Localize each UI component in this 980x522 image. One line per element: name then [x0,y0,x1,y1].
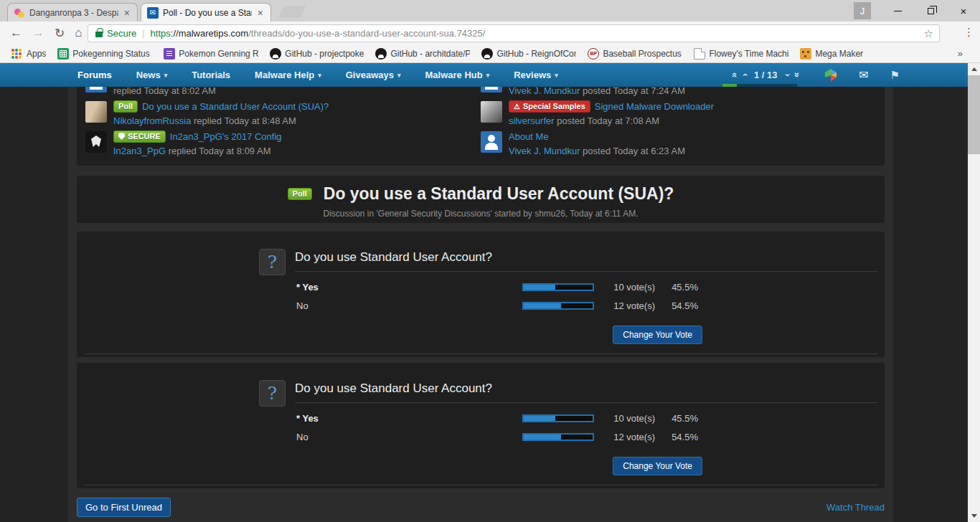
bp-icon: BP [588,48,599,60]
tab-close-icon[interactable]: × [123,8,131,18]
thread-title-link[interactable]: In2an3_PpG's 2017 Config [170,131,282,142]
poll-percent: 54.5% [655,300,698,311]
forward-icon[interactable]: → [32,26,44,40]
scrollbar-thumb[interactable] [968,75,980,154]
scroll-down-icon[interactable] [968,510,980,522]
watch-thread-link[interactable]: Watch Thread [826,502,885,513]
poll-question: Do you use Standard User Account? [295,250,877,272]
thread-row-clipped[interactable]: Vivek J. Mundkur posted Today at 7:24 AM [481,87,876,98]
bookmark-label: GitHub - architdate/P [390,49,470,59]
thread-row-clipped[interactable]: replied Today at 8:02 AM [85,87,481,98]
tab-close-icon[interactable]: × [256,8,265,18]
thread-header-panel: Poll Do you use a Standard User Account … [77,176,885,223]
thread-row-signed-malware[interactable]: ⚠Special SamplesSigned Malware Downloade… [481,99,876,128]
bookmark-pokemon-genning[interactable]: Pokemon Genning Re [164,48,258,60]
bookmark-github-projectpoke[interactable]: GitHub - projectpoke [270,48,364,60]
refresh-icon[interactable]: ↻ [55,26,65,41]
tab-title: Danganronpa 3 - Despair [29,8,118,18]
site-logo-icon[interactable] [824,69,837,82]
bookmark-star-icon[interactable]: ☆ [924,27,933,40]
divider [84,485,877,485]
thread-meta: posted Today at 6:23 AM [583,146,685,156]
minimize-button[interactable] [881,0,914,22]
change-vote-button[interactable]: Change Your Vote [613,457,702,475]
close-button[interactable]: × [947,0,980,22]
question-mark-icon: ? [259,249,286,275]
window-titlebar: Danganronpa 3 - Despair × ✉ Poll - Do yo… [0,0,980,22]
chevron-down-icon: ▾ [486,72,490,79]
first-page-icon[interactable]: « [730,72,741,77]
poll-option-label: No [295,432,522,442]
restore-button[interactable] [914,0,947,22]
thread-user-link[interactable]: In2an3_PpG [113,146,166,156]
poll-question: Do you use Standard User Account? [295,381,877,403]
bookmarks-overflow-icon[interactable]: » [958,48,963,59]
nav-tutorials[interactable]: Tutorials [192,70,230,80]
home-icon[interactable]: ⌂ [75,26,82,40]
poll-badge: Poll [113,100,138,113]
thread-title-link[interactable]: Signed Malware Downloader [595,101,714,112]
address-bar[interactable]: Secure | https://malwaretips.com/threads… [88,24,940,42]
back-icon[interactable]: ← [10,26,22,40]
nav-malware-help[interactable]: Malware Help▾ [255,70,321,80]
shield-icon [118,133,125,140]
prev-page-icon[interactable]: ‹ [740,73,750,76]
bookmark-label: Flowey's Time Machi [709,49,788,59]
browser-tab-danganronpa[interactable]: Danganronpa 3 - Despair × [7,3,138,22]
bookmark-mega-maker[interactable]: Mega Maker [800,48,863,60]
thread-subtitle: Discussion in 'General Security Discussi… [77,209,885,219]
nav-giveaways[interactable]: Giveaways▾ [346,70,401,80]
nav-reviews[interactable]: Reviews▾ [514,70,558,80]
thread-title-link[interactable]: About Me [509,131,549,142]
bookmark-pokegenning-status[interactable]: Pokegenning Status S [57,48,152,60]
thread-title-link[interactable]: Do you use a Standard User Account (SUA)… [142,101,329,112]
restore-icon [928,8,934,14]
page-pagination: « ‹ 1 / 13 ‹ « [730,70,801,80]
chevron-down-icon: ▾ [397,72,401,79]
secure-badge: SECURE [113,130,166,143]
recent-threads-panel: replied Today at 8:02 AM PollDo you use … [77,87,885,166]
poll-panel-1: ? Do you use Standard User Account? * Ye… [77,232,885,357]
apps-shortcut[interactable]: Apps [11,48,46,60]
chevron-down-icon: ▾ [555,72,558,79]
nav-news[interactable]: News▾ [136,70,168,80]
thread-row-poll-sua[interactable]: PollDo you use a Standard User Account (… [85,99,481,128]
poll-option-no: No 12 vote(s) 54.5% [295,427,877,446]
new-tab-button[interactable] [278,6,306,18]
bookmark-label: GitHub - ReignOfCon [496,49,576,59]
bookmark-github-reignofcon[interactable]: GitHub - ReignOfCon [481,48,576,60]
thread-user-link[interactable]: NikolayfromRussia [113,115,191,126]
apps-grid-icon [11,48,23,60]
scroll-up-icon[interactable] [968,63,980,75]
thread-meta: posted Today at 7:08 AM [557,115,659,126]
bookmark-baseball-prospectus[interactable]: BP Baseball Prospectus | [588,48,682,60]
bookmark-github-architdate[interactable]: GitHub - architdate/P [375,48,470,60]
thread-row-config[interactable]: SECUREIn2an3_PpG's 2017 Config In2an3_Pp… [85,129,481,158]
poll-percent: 54.5% [655,432,698,442]
chrome-menu-icon[interactable]: ⋮ [963,27,974,39]
browser-tab-poll[interactable]: ✉ Poll - Do you use a Stand × [141,3,271,22]
go-to-first-unread-button[interactable]: Go to First Unread [77,498,171,517]
security-label: Secure [107,28,136,39]
page-scrollbar[interactable] [968,63,980,522]
minimize-icon [894,11,902,11]
inbox-icon[interactable]: ✉ [859,68,868,82]
thread-row-about-me[interactable]: About Me Vivek J. Mundkur posted Today a… [481,129,876,158]
profile-avatar[interactable]: J [854,2,871,19]
next-page-icon[interactable]: ‹ [781,73,791,76]
thread-user-link[interactable]: silversurfer [509,115,555,126]
poll-option-label: * Yes [295,413,522,424]
bookmark-floweys-time-machine[interactable]: Flowey's Time Machi [694,48,788,60]
nav-forums[interactable]: Forums [77,70,112,80]
last-page-icon[interactable]: « [791,72,801,77]
page-indicator: 1 / 13 [754,70,778,80]
poll-votes: 12 vote(s) [594,432,655,442]
poll-option-yes: * Yes 10 vote(s) 45.5% [295,409,877,427]
thread-user-link[interactable]: Vivek J. Mundkur [509,146,580,156]
mega-maker-icon [800,48,811,60]
nav-malware-hub[interactable]: Malware Hub▾ [425,70,489,80]
change-vote-button[interactable]: Change Your Vote [613,326,702,344]
thread-user-link[interactable]: Vivek J. Mundkur [509,87,580,96]
poll-option-label: No [295,300,522,311]
alerts-flag-icon[interactable]: ⚑ [890,69,900,82]
